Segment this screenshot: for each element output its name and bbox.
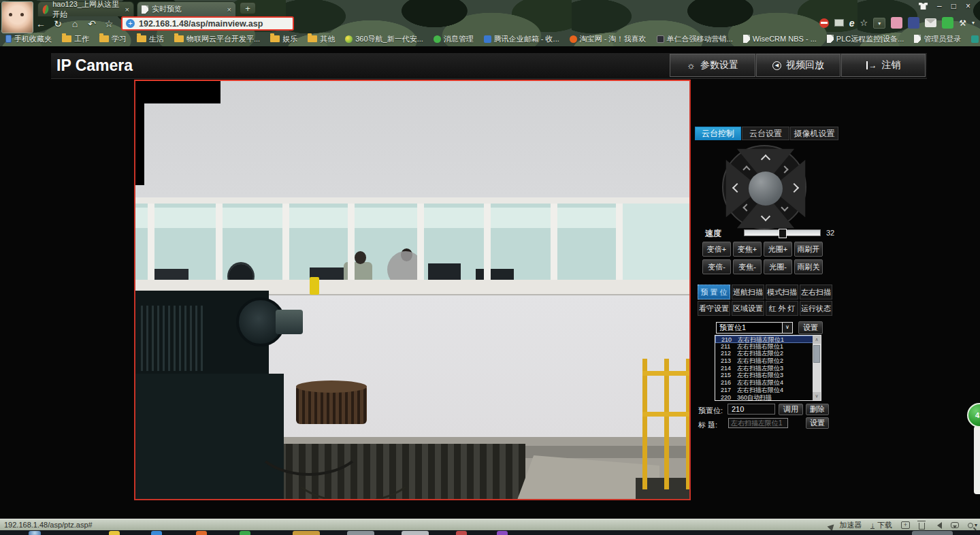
speed-slider[interactable] bbox=[744, 229, 821, 236]
bookmark-item[interactable]: 360导航_新一代安... bbox=[345, 34, 423, 44]
scroll-down-icon[interactable]: ∨ bbox=[813, 392, 821, 400]
focus-out-button[interactable]: 变焦- bbox=[733, 259, 762, 274]
taskbar-icon[interactable] bbox=[240, 531, 250, 535]
bookmark-item[interactable]: 湖南华辰智通科技... bbox=[971, 34, 980, 44]
bookmark-item[interactable]: 腾讯企业邮箱 - 收... bbox=[484, 34, 559, 44]
preset-title-input[interactable] bbox=[728, 418, 788, 428]
taskbar-icon[interactable] bbox=[347, 531, 374, 535]
tab-area[interactable]: 区域设置 bbox=[732, 301, 764, 316]
mail-icon[interactable] bbox=[925, 18, 936, 27]
bookmark-item[interactable]: 其他 bbox=[308, 34, 335, 44]
tab-pan-scan[interactable]: 左右扫描 bbox=[800, 285, 832, 299]
title-set-button[interactable]: 设置 bbox=[806, 417, 829, 429]
adblock-icon[interactable] bbox=[819, 18, 829, 28]
scroll-up-icon[interactable]: ∧ bbox=[813, 336, 821, 344]
bookmark-star-icon[interactable]: ☆ bbox=[860, 18, 868, 28]
speed-slider-thumb[interactable] bbox=[779, 229, 787, 238]
taskbar-icon[interactable] bbox=[402, 531, 429, 535]
ptz-center-knob[interactable] bbox=[749, 172, 783, 206]
preset-row[interactable]: 212左右扫描左限位2 bbox=[715, 350, 821, 357]
tab-guard[interactable]: 看守设置 bbox=[698, 301, 730, 316]
playback-nav-button[interactable]: ◀ 视频回放 bbox=[756, 54, 840, 77]
add-box-icon[interactable]: + bbox=[901, 521, 910, 529]
back-icon[interactable]: ← bbox=[35, 18, 46, 29]
preset-row[interactable]: 217左右扫描右限位4 bbox=[715, 387, 821, 394]
preset-row[interactable]: 216左右扫描左限位4 bbox=[715, 379, 821, 387]
settings-nav-button[interactable]: ☼ 参数设置 bbox=[670, 54, 755, 77]
list-scrollbar[interactable]: ∧ ∨ bbox=[813, 336, 821, 400]
zoom-out-button[interactable]: 变倍- bbox=[702, 259, 731, 274]
ie-mode-icon[interactable]: e bbox=[849, 18, 855, 29]
iris-in-button[interactable]: 光圈+ bbox=[764, 242, 792, 257]
tab-ptz-control[interactable]: 云台控制 bbox=[695, 127, 741, 140]
feedback-icon[interactable] bbox=[951, 522, 959, 528]
favorites-star-icon[interactable]: ☆ bbox=[103, 18, 114, 29]
tab-pattern-scan[interactable]: 模式扫描 bbox=[766, 285, 798, 299]
wiper-off-button[interactable]: 雨刷关 bbox=[794, 259, 823, 274]
volume-icon[interactable] bbox=[934, 522, 942, 529]
bookmark-item[interactable]: 生活 bbox=[137, 34, 164, 44]
preset-row[interactable]: 220360自动扫描 bbox=[715, 394, 821, 402]
bookmark-item[interactable]: 工作 bbox=[62, 34, 89, 44]
bookmark-item[interactable]: 娱乐 bbox=[270, 34, 297, 44]
minimize-button[interactable]: – bbox=[937, 1, 942, 11]
focus-in-button[interactable]: 变焦+ bbox=[733, 242, 762, 257]
undo-icon[interactable]: ↶ bbox=[86, 18, 97, 29]
speedup-ball[interactable]: 41 bbox=[967, 403, 980, 427]
video-feed[interactable] bbox=[134, 80, 691, 500]
download-button[interactable]: ↓下载 bbox=[870, 520, 892, 530]
ext-blue-icon[interactable] bbox=[908, 17, 919, 29]
bookmark-item[interactable]: 淘宝网 - 淘！我喜欢 bbox=[570, 34, 647, 44]
browser-tab-preview[interactable]: 实时预览 × bbox=[137, 1, 236, 16]
taskbar-tray[interactable] bbox=[912, 531, 953, 535]
preset-set-button[interactable]: 设置 bbox=[798, 321, 823, 334]
preset-row[interactable]: 211左右扫描右限位1 bbox=[715, 343, 821, 351]
scroll-thumb[interactable] bbox=[813, 345, 820, 363]
zoom-in-button[interactable]: 变倍+ bbox=[702, 242, 731, 257]
screenshot-icon[interactable] bbox=[834, 19, 844, 27]
delete-preset-button[interactable]: 删除 bbox=[806, 404, 829, 415]
home-icon[interactable]: ⌂ bbox=[69, 18, 80, 29]
wrench-menu-icon[interactable]: ⚒ bbox=[959, 18, 966, 28]
taskbar-icon[interactable] bbox=[109, 531, 120, 535]
taskbar-icon[interactable] bbox=[293, 531, 320, 535]
logout-nav-button[interactable]: → 注销 bbox=[841, 54, 926, 77]
zoom-level-button[interactable]: ▾ bbox=[968, 522, 977, 528]
bookmark-item[interactable]: 手机收藏夹 bbox=[5, 34, 52, 44]
preset-row[interactable]: 210左右扫描左限位1 bbox=[715, 336, 821, 343]
bookmark-item[interactable]: 消息管理 bbox=[434, 34, 474, 44]
call-preset-button[interactable]: 调用 bbox=[779, 404, 803, 415]
taskbar-icon[interactable] bbox=[456, 531, 467, 535]
address-bar[interactable]: + 192.168.1.48/asp/mainview.asp bbox=[121, 16, 294, 31]
preset-row[interactable]: 215左右扫描右限位3 bbox=[715, 372, 821, 379]
taskbar-icon[interactable] bbox=[196, 531, 207, 535]
bookmark-item[interactable]: 学习 bbox=[99, 34, 127, 44]
iris-out-button[interactable]: 光圈- bbox=[764, 259, 792, 274]
ext-pink-icon[interactable] bbox=[891, 17, 902, 29]
close-button[interactable]: × bbox=[966, 1, 970, 11]
windows-taskbar[interactable] bbox=[0, 530, 980, 535]
tab-preset[interactable]: 预 置 位 bbox=[698, 285, 730, 299]
preset-row[interactable]: 214左右扫描左限位3 bbox=[715, 365, 821, 372]
bookmark-item[interactable]: 管理员登录 bbox=[914, 34, 961, 44]
user-avatar[interactable] bbox=[1, 1, 33, 33]
bookmark-item[interactable]: PLC远程监控|设备... bbox=[827, 34, 904, 44]
ptz-direction-pad[interactable] bbox=[722, 145, 806, 229]
theme-skin-icon[interactable] bbox=[919, 3, 928, 10]
tab-cruise-scan[interactable]: 巡航扫描 bbox=[732, 285, 764, 299]
preset-row[interactable]: 213左右扫描右限位2 bbox=[715, 357, 821, 365]
preset-select[interactable]: 预置位1 ∨ bbox=[716, 322, 793, 334]
accelerator-button[interactable]: 加速器 bbox=[830, 520, 862, 530]
menu-caret-icon[interactable]: ▾ bbox=[972, 20, 975, 26]
wiper-on-button[interactable]: 雨刷开 bbox=[794, 242, 823, 257]
taskbar-icon[interactable] bbox=[151, 531, 162, 535]
extensions-dropdown[interactable]: ▾ bbox=[873, 18, 885, 29]
tab-run-status[interactable]: 运行状态 bbox=[800, 301, 832, 316]
bookmark-item[interactable]: 物联网云平台开发平... bbox=[174, 34, 260, 44]
taskbar-icon[interactable] bbox=[497, 531, 508, 535]
trash-icon[interactable] bbox=[919, 523, 925, 530]
address-url[interactable]: 192.168.1.48/asp/mainview.asp bbox=[139, 19, 263, 29]
preset-list[interactable]: 210左右扫描左限位1 211左右扫描右限位1 212左右扫描左限位2 213左… bbox=[715, 335, 821, 401]
browser-tab-hao123[interactable]: hao123_上网从这里开始 × bbox=[37, 1, 134, 16]
tab-ir-light[interactable]: 红 外 灯 bbox=[766, 301, 798, 316]
